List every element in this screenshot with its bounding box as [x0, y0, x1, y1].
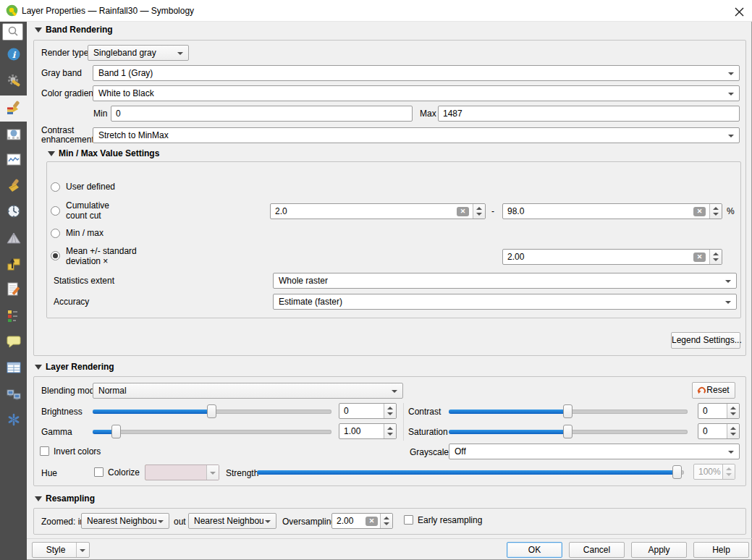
- cumulative-count-cut-radio[interactable]: [51, 206, 60, 216]
- legend-settings-button[interactable]: Legend Settings...: [671, 332, 740, 349]
- sidebar-item-histogram[interactable]: [0, 148, 27, 174]
- strength-slider[interactable]: [257, 465, 684, 479]
- layer-properties-dialog: Layer Properties — Rainfall30 — Symbolog…: [0, 0, 752, 560]
- colorize-color-swatch[interactable]: [145, 464, 219, 480]
- reset-button[interactable]: Reset: [692, 382, 735, 399]
- contrast-enhancement-select[interactable]: Stretch to MinMax: [93, 127, 740, 143]
- sidebar-item-symbology[interactable]: [0, 96, 27, 122]
- clear-icon[interactable]: ✕: [693, 253, 706, 262]
- blending-mode-select[interactable]: Normal: [93, 383, 403, 399]
- spinner-arrows[interactable]: [473, 204, 485, 219]
- spinner-arrows[interactable]: [727, 404, 739, 418]
- search-icon: [7, 25, 19, 39]
- slider-handle[interactable]: [207, 404, 216, 418]
- spinner-arrows[interactable]: [727, 424, 739, 438]
- chevron-down-icon[interactable]: [76, 543, 89, 557]
- blending-mode-label: Blending mode: [41, 386, 99, 396]
- undo-arrow-icon: [697, 386, 706, 397]
- collapse-arrow-icon[interactable]: [35, 496, 42, 501]
- cancel-button[interactable]: Cancel: [569, 542, 625, 558]
- slider-handle[interactable]: [563, 404, 573, 418]
- zoomed-in-label: Zoomed: in: [41, 517, 85, 527]
- sidebar-item-elevation[interactable]: [0, 252, 27, 278]
- color-gradient-select[interactable]: White to Black: [93, 85, 740, 101]
- legend-icon: [7, 308, 21, 325]
- statistics-extent-select[interactable]: Whole raster: [273, 273, 737, 289]
- spinner-arrows[interactable]: [709, 250, 722, 264]
- collapse-arrow-icon[interactable]: [35, 365, 42, 370]
- sidebar-item-source[interactable]: [0, 69, 27, 95]
- spinner-arrows[interactable]: [380, 514, 392, 528]
- percent-label: %: [727, 206, 735, 217]
- contrast-spinbox[interactable]: 0: [698, 403, 740, 419]
- user-defined-radio[interactable]: [51, 182, 60, 192]
- sidebar-item-legend[interactable]: [0, 303, 27, 329]
- sidebar-search-input[interactable]: [2, 23, 23, 41]
- colorize-checkbox[interactable]: [94, 467, 103, 477]
- cumulative-max-spinbox[interactable]: 98.0 ✕: [502, 203, 722, 219]
- max-input[interactable]: 1487: [438, 106, 740, 122]
- slider-handle[interactable]: [111, 425, 121, 438]
- cumulative-count-cut-label: Cumulative count cut: [66, 200, 124, 221]
- gamma-slider[interactable]: [93, 425, 331, 438]
- min-max-radio[interactable]: [51, 229, 60, 238]
- slider-handle[interactable]: [563, 425, 573, 438]
- sidebar-item-dependencies[interactable]: [0, 407, 27, 433]
- sidebar-item-metadata[interactable]: [0, 277, 27, 303]
- sidebar-item-transparency[interactable]: [0, 122, 27, 148]
- spinner-arrows[interactable]: [384, 404, 396, 418]
- stddev-spinbox[interactable]: 2.00 ✕: [502, 249, 722, 265]
- sidebar-item-attributes[interactable]: [0, 355, 27, 381]
- sidebar-item-temporal[interactable]: [0, 199, 27, 225]
- cumulative-min-spinbox[interactable]: 2.0 ✕: [270, 203, 486, 219]
- range-dash: -: [491, 206, 494, 217]
- gray-band-select[interactable]: Band 1 (Gray): [93, 65, 740, 81]
- spinner-arrows[interactable]: [709, 204, 722, 219]
- slider-handle[interactable]: [672, 465, 682, 479]
- paintbrush-icon: [7, 101, 21, 117]
- chevron-down-icon: [265, 520, 271, 523]
- zoomed-in-select[interactable]: Nearest Neighbour: [81, 513, 169, 529]
- sidebar-item-rendering[interactable]: [0, 174, 27, 200]
- early-resampling-label: Early resampling: [418, 515, 482, 526]
- saturation-slider[interactable]: [449, 425, 688, 438]
- chevron-down-icon: [725, 301, 731, 304]
- close-icon[interactable]: [733, 6, 745, 17]
- gamma-spinbox[interactable]: 1.00: [339, 423, 397, 439]
- spinner-arrows[interactable]: [722, 464, 735, 479]
- oversampling-spinbox[interactable]: 2.00 ✕: [331, 513, 393, 529]
- early-resampling-checkbox[interactable]: [404, 515, 413, 525]
- color-gradient-label: Color gradient: [41, 88, 96, 99]
- collapse-arrow-icon[interactable]: [48, 151, 55, 156]
- saturation-spinbox[interactable]: 0: [698, 423, 740, 439]
- sidebar-item-qgis-server[interactable]: [0, 382, 27, 408]
- spinner-arrows[interactable]: [384, 424, 396, 438]
- ok-button[interactable]: OK: [507, 542, 562, 558]
- wrench-gear-icon: [7, 74, 21, 90]
- clear-icon[interactable]: ✕: [366, 517, 378, 526]
- contrast-slider[interactable]: [449, 404, 688, 418]
- collapse-arrow-icon[interactable]: [35, 27, 42, 33]
- sidebar-item-display[interactable]: [0, 329, 27, 355]
- brightness-slider[interactable]: [93, 404, 331, 418]
- grayscale-select[interactable]: Off: [449, 444, 740, 459]
- chevron-down-icon[interactable]: [206, 465, 219, 480]
- accuracy-select[interactable]: Estimate (faster): [273, 294, 737, 310]
- clear-icon[interactable]: ✕: [457, 207, 469, 216]
- invert-colors-checkbox[interactable]: [40, 446, 49, 456]
- minmax-settings-title: Min / Max Value Settings: [59, 148, 159, 158]
- mean-stddev-radio[interactable]: [51, 251, 60, 260]
- render-type-select[interactable]: Singleband gray: [88, 45, 189, 61]
- min-label: Min: [93, 109, 107, 119]
- chevron-down-icon: [728, 93, 734, 96]
- apply-button[interactable]: Apply: [631, 542, 687, 558]
- help-button[interactable]: Help: [693, 542, 749, 558]
- strength-spinbox[interactable]: 100%: [693, 464, 735, 480]
- sidebar-item-information[interactable]: i: [0, 42, 27, 68]
- zoomed-out-select[interactable]: Nearest Neighbour: [188, 513, 276, 529]
- sidebar-item-pyramids[interactable]: [0, 226, 27, 252]
- min-input[interactable]: 0: [111, 106, 413, 122]
- style-button[interactable]: Style: [32, 542, 90, 558]
- brightness-spinbox[interactable]: 0: [339, 403, 397, 419]
- clear-icon[interactable]: ✕: [693, 207, 706, 216]
